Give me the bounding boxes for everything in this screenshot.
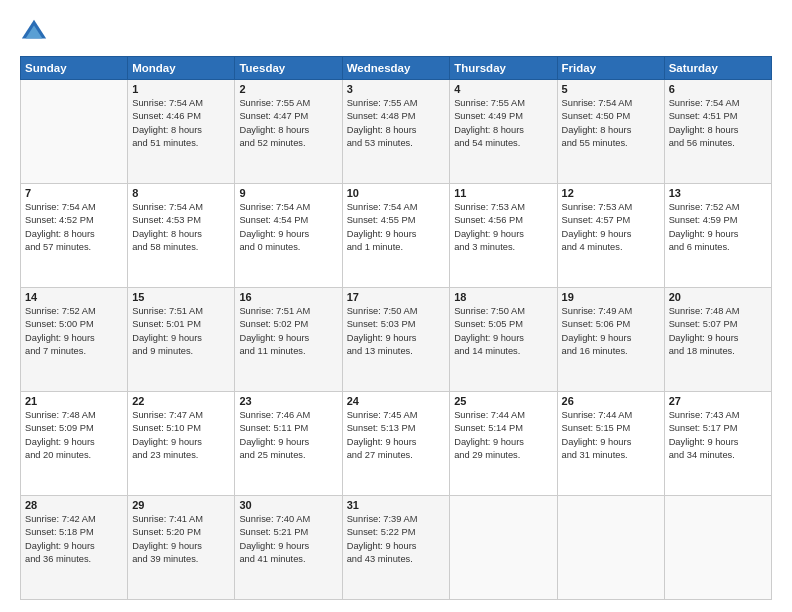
day-number: 1	[132, 83, 230, 95]
day-info: Sunrise: 7:48 AM Sunset: 5:07 PM Dayligh…	[669, 305, 767, 359]
day-number: 20	[669, 291, 767, 303]
column-header-tuesday: Tuesday	[235, 57, 342, 80]
day-info: Sunrise: 7:51 AM Sunset: 5:02 PM Dayligh…	[239, 305, 337, 359]
day-info: Sunrise: 7:48 AM Sunset: 5:09 PM Dayligh…	[25, 409, 123, 463]
day-number: 26	[562, 395, 660, 407]
day-info: Sunrise: 7:44 AM Sunset: 5:15 PM Dayligh…	[562, 409, 660, 463]
calendar-cell: 15Sunrise: 7:51 AM Sunset: 5:01 PM Dayli…	[128, 288, 235, 392]
calendar-cell: 30Sunrise: 7:40 AM Sunset: 5:21 PM Dayli…	[235, 496, 342, 600]
day-info: Sunrise: 7:55 AM Sunset: 4:47 PM Dayligh…	[239, 97, 337, 151]
day-number: 14	[25, 291, 123, 303]
calendar-cell: 23Sunrise: 7:46 AM Sunset: 5:11 PM Dayli…	[235, 392, 342, 496]
day-number: 13	[669, 187, 767, 199]
calendar-week-row: 14Sunrise: 7:52 AM Sunset: 5:00 PM Dayli…	[21, 288, 772, 392]
header	[20, 18, 772, 46]
day-number: 2	[239, 83, 337, 95]
calendar-cell: 20Sunrise: 7:48 AM Sunset: 5:07 PM Dayli…	[664, 288, 771, 392]
day-number: 11	[454, 187, 552, 199]
calendar-cell: 21Sunrise: 7:48 AM Sunset: 5:09 PM Dayli…	[21, 392, 128, 496]
calendar-cell: 2Sunrise: 7:55 AM Sunset: 4:47 PM Daylig…	[235, 80, 342, 184]
page: SundayMondayTuesdayWednesdayThursdayFrid…	[0, 0, 792, 612]
calendar-cell: 5Sunrise: 7:54 AM Sunset: 4:50 PM Daylig…	[557, 80, 664, 184]
calendar-cell: 9Sunrise: 7:54 AM Sunset: 4:54 PM Daylig…	[235, 184, 342, 288]
calendar-cell: 22Sunrise: 7:47 AM Sunset: 5:10 PM Dayli…	[128, 392, 235, 496]
day-info: Sunrise: 7:54 AM Sunset: 4:53 PM Dayligh…	[132, 201, 230, 255]
day-number: 9	[239, 187, 337, 199]
day-number: 21	[25, 395, 123, 407]
day-info: Sunrise: 7:39 AM Sunset: 5:22 PM Dayligh…	[347, 513, 446, 567]
column-header-saturday: Saturday	[664, 57, 771, 80]
column-header-sunday: Sunday	[21, 57, 128, 80]
day-number: 23	[239, 395, 337, 407]
column-header-monday: Monday	[128, 57, 235, 80]
calendar-cell: 11Sunrise: 7:53 AM Sunset: 4:56 PM Dayli…	[450, 184, 557, 288]
calendar-cell: 18Sunrise: 7:50 AM Sunset: 5:05 PM Dayli…	[450, 288, 557, 392]
day-number: 6	[669, 83, 767, 95]
calendar-cell: 26Sunrise: 7:44 AM Sunset: 5:15 PM Dayli…	[557, 392, 664, 496]
day-info: Sunrise: 7:40 AM Sunset: 5:21 PM Dayligh…	[239, 513, 337, 567]
calendar: SundayMondayTuesdayWednesdayThursdayFrid…	[20, 56, 772, 600]
day-info: Sunrise: 7:53 AM Sunset: 4:56 PM Dayligh…	[454, 201, 552, 255]
calendar-cell: 12Sunrise: 7:53 AM Sunset: 4:57 PM Dayli…	[557, 184, 664, 288]
day-info: Sunrise: 7:52 AM Sunset: 5:00 PM Dayligh…	[25, 305, 123, 359]
calendar-cell: 8Sunrise: 7:54 AM Sunset: 4:53 PM Daylig…	[128, 184, 235, 288]
calendar-week-row: 21Sunrise: 7:48 AM Sunset: 5:09 PM Dayli…	[21, 392, 772, 496]
calendar-cell: 19Sunrise: 7:49 AM Sunset: 5:06 PM Dayli…	[557, 288, 664, 392]
calendar-cell	[664, 496, 771, 600]
calendar-cell: 14Sunrise: 7:52 AM Sunset: 5:00 PM Dayli…	[21, 288, 128, 392]
day-number: 25	[454, 395, 552, 407]
calendar-cell: 17Sunrise: 7:50 AM Sunset: 5:03 PM Dayli…	[342, 288, 450, 392]
calendar-cell: 1Sunrise: 7:54 AM Sunset: 4:46 PM Daylig…	[128, 80, 235, 184]
day-info: Sunrise: 7:54 AM Sunset: 4:46 PM Dayligh…	[132, 97, 230, 151]
calendar-cell: 29Sunrise: 7:41 AM Sunset: 5:20 PM Dayli…	[128, 496, 235, 600]
day-number: 4	[454, 83, 552, 95]
day-info: Sunrise: 7:55 AM Sunset: 4:48 PM Dayligh…	[347, 97, 446, 151]
calendar-cell: 27Sunrise: 7:43 AM Sunset: 5:17 PM Dayli…	[664, 392, 771, 496]
day-info: Sunrise: 7:54 AM Sunset: 4:52 PM Dayligh…	[25, 201, 123, 255]
day-info: Sunrise: 7:41 AM Sunset: 5:20 PM Dayligh…	[132, 513, 230, 567]
day-info: Sunrise: 7:52 AM Sunset: 4:59 PM Dayligh…	[669, 201, 767, 255]
column-header-thursday: Thursday	[450, 57, 557, 80]
day-info: Sunrise: 7:51 AM Sunset: 5:01 PM Dayligh…	[132, 305, 230, 359]
calendar-cell	[557, 496, 664, 600]
day-info: Sunrise: 7:54 AM Sunset: 4:54 PM Dayligh…	[239, 201, 337, 255]
day-info: Sunrise: 7:54 AM Sunset: 4:55 PM Dayligh…	[347, 201, 446, 255]
day-number: 17	[347, 291, 446, 303]
day-number: 15	[132, 291, 230, 303]
calendar-cell: 4Sunrise: 7:55 AM Sunset: 4:49 PM Daylig…	[450, 80, 557, 184]
day-number: 7	[25, 187, 123, 199]
calendar-cell: 28Sunrise: 7:42 AM Sunset: 5:18 PM Dayli…	[21, 496, 128, 600]
calendar-cell: 10Sunrise: 7:54 AM Sunset: 4:55 PM Dayli…	[342, 184, 450, 288]
day-number: 27	[669, 395, 767, 407]
day-number: 3	[347, 83, 446, 95]
calendar-week-row: 1Sunrise: 7:54 AM Sunset: 4:46 PM Daylig…	[21, 80, 772, 184]
calendar-week-row: 28Sunrise: 7:42 AM Sunset: 5:18 PM Dayli…	[21, 496, 772, 600]
calendar-cell	[450, 496, 557, 600]
day-info: Sunrise: 7:50 AM Sunset: 5:03 PM Dayligh…	[347, 305, 446, 359]
calendar-cell: 6Sunrise: 7:54 AM Sunset: 4:51 PM Daylig…	[664, 80, 771, 184]
day-number: 29	[132, 499, 230, 511]
calendar-week-row: 7Sunrise: 7:54 AM Sunset: 4:52 PM Daylig…	[21, 184, 772, 288]
day-number: 12	[562, 187, 660, 199]
calendar-cell: 25Sunrise: 7:44 AM Sunset: 5:14 PM Dayli…	[450, 392, 557, 496]
day-info: Sunrise: 7:47 AM Sunset: 5:10 PM Dayligh…	[132, 409, 230, 463]
calendar-header-row: SundayMondayTuesdayWednesdayThursdayFrid…	[21, 57, 772, 80]
day-number: 18	[454, 291, 552, 303]
day-number: 10	[347, 187, 446, 199]
day-info: Sunrise: 7:46 AM Sunset: 5:11 PM Dayligh…	[239, 409, 337, 463]
calendar-cell: 24Sunrise: 7:45 AM Sunset: 5:13 PM Dayli…	[342, 392, 450, 496]
day-info: Sunrise: 7:53 AM Sunset: 4:57 PM Dayligh…	[562, 201, 660, 255]
logo	[20, 18, 52, 46]
calendar-cell: 3Sunrise: 7:55 AM Sunset: 4:48 PM Daylig…	[342, 80, 450, 184]
day-number: 8	[132, 187, 230, 199]
day-info: Sunrise: 7:50 AM Sunset: 5:05 PM Dayligh…	[454, 305, 552, 359]
day-info: Sunrise: 7:42 AM Sunset: 5:18 PM Dayligh…	[25, 513, 123, 567]
calendar-cell: 16Sunrise: 7:51 AM Sunset: 5:02 PM Dayli…	[235, 288, 342, 392]
day-number: 22	[132, 395, 230, 407]
day-number: 30	[239, 499, 337, 511]
calendar-cell: 13Sunrise: 7:52 AM Sunset: 4:59 PM Dayli…	[664, 184, 771, 288]
day-number: 5	[562, 83, 660, 95]
calendar-cell: 7Sunrise: 7:54 AM Sunset: 4:52 PM Daylig…	[21, 184, 128, 288]
calendar-cell	[21, 80, 128, 184]
day-info: Sunrise: 7:54 AM Sunset: 4:51 PM Dayligh…	[669, 97, 767, 151]
